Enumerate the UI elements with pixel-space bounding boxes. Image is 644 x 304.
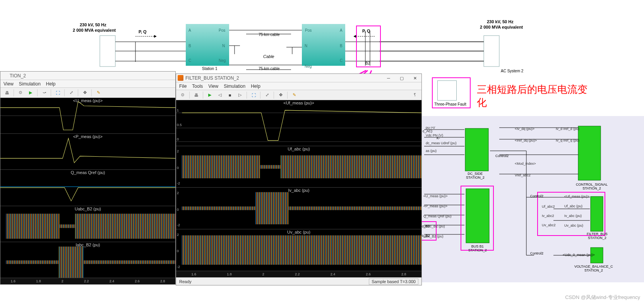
svg-text:Pos: Pos — [219, 28, 225, 32]
svg-text:Neg: Neg — [305, 64, 312, 68]
tag-cb2a: c_B2 — [422, 224, 430, 228]
sig-mid-col: <Iv_dq (pu)> <Iref_dq (pu)> <Mod_index> … — [515, 123, 537, 181]
svg-text:Pos: Pos — [305, 28, 312, 32]
scope-left-toolbar[interactable]: 🖶 ⚙ ▶ ⤻ ⛶ ⤢ ✥ ✎ — [0, 88, 175, 98]
svg-rect-465 — [176, 100, 421, 146]
help-icon[interactable]: ؟ — [411, 91, 419, 99]
src1-line1: 230 kV, 50 Hz — [80, 22, 106, 27]
plot-p-meas[interactable]: <P_meas (pu)> — [0, 134, 175, 170]
zoom-select-icon[interactable]: ⛶ — [53, 89, 62, 97]
scope-left-title: TION_2 — [0, 72, 175, 80]
plot-uf-meas[interactable]: <Uf_meas (pu)> 1 0.5 0 — [176, 100, 421, 146]
svg-text:B: B — [188, 44, 191, 48]
menu-view[interactable]: View — [3, 81, 14, 87]
volt-bal-label: VOLTAGE_BALANCE_C STATION_2 — [574, 265, 613, 272]
step-back-icon[interactable]: ◁ — [216, 91, 224, 99]
plot-uabc-b2[interactable]: Uabc_B2 (pu) — [0, 206, 175, 242]
scope-left-xaxis: 1.61.8 22.2 2.42.6 2.8 — [0, 278, 175, 284]
autoscale-icon[interactable]: ⤢ — [263, 91, 271, 99]
step-fwd-icon[interactable]: ▷ — [236, 91, 244, 99]
menu-view[interactable]: View — [208, 84, 218, 89]
annotation-chinese: 三相短路后的电压电流变化 — [477, 83, 593, 109]
pq-left: P, Q — [139, 29, 147, 34]
run-icon[interactable]: ▶ — [206, 91, 214, 99]
menu-simulation[interactable]: Simulation — [19, 81, 41, 87]
run-icon[interactable]: ▶ — [26, 89, 35, 97]
step-fwd-icon[interactable]: ⤻ — [40, 89, 48, 97]
plot-q-meas[interactable]: Q_meas Qref (pu) — [0, 170, 175, 206]
matlab-icon — [178, 75, 183, 81]
scope-right-title-text: FILTER_BUS STATION_2 — [185, 75, 239, 81]
sig-far-col: Iv_d Iref_d (pu) Iv_q Iref_q (pu) — [556, 123, 579, 146]
bus-b1-label: BUS B1 STATION_2 — [468, 244, 487, 252]
print-icon[interactable]: 🖶 — [192, 91, 200, 99]
src2-line1: 230 kV, 50 Hz — [487, 19, 514, 24]
autoscale-icon[interactable]: ⤢ — [67, 89, 75, 97]
minimize-button[interactable]: ─ — [382, 74, 395, 82]
gear-icon[interactable]: ⚙ — [16, 89, 25, 97]
svg-rect-1 — [484, 36, 499, 67]
scope-right-menubar[interactable]: File Tools View Simulation Help — [176, 82, 421, 90]
plot-uf-abc[interactable]: Uf_abc (pu) 2 0 -2 — [176, 146, 421, 188]
control2-tag-0: Control2 — [495, 154, 509, 158]
plot-iabc-b2[interactable]: Iabc_B2 (pu) — [0, 242, 175, 278]
highlight-busb1 — [461, 186, 494, 251]
cable-bot: 75-km cable — [259, 67, 279, 71]
svg-rect-0 — [100, 36, 115, 67]
menu-tools[interactable]: Tools — [192, 84, 203, 89]
svg-text:N: N — [222, 44, 225, 48]
svg-text:B: B — [340, 44, 343, 48]
highlight-icon[interactable]: ✎ — [290, 91, 298, 99]
svg-text:C: C — [188, 58, 191, 63]
dc-side-label: DC_SIDE STATION_2 — [466, 172, 485, 179]
maximize-button[interactable]: ▢ — [395, 74, 408, 82]
src1-line2: 2 000 MVA equivalent — [73, 28, 116, 32]
svg-rect-17 — [465, 128, 488, 171]
svg-text:C: C — [340, 58, 343, 63]
scope-left[interactable]: TION_2 View Simulation Help 🖶 ⚙ ▶ ⤻ ⛶ ⤢ … — [0, 71, 176, 285]
gear-icon[interactable]: ⚙ — [178, 91, 187, 99]
plot-u-meas[interactable]: <U_meas (pu)> — [0, 98, 175, 134]
highlight-fault — [432, 77, 471, 108]
plot-iv-abc[interactable]: Iv_abc (pu) 2 0 -2 — [176, 188, 421, 229]
sig-left-col: pu->V Vdc PN (V) dc_meas Udref (pu) as (… — [426, 124, 457, 155]
scope-left-plots[interactable]: <U_meas (pu)> <P_meas (pu)> Q_meas Qref … — [0, 98, 175, 284]
menu-file[interactable]: File — [179, 84, 187, 89]
close-button[interactable]: ✕ — [408, 74, 421, 82]
control2-tag-2: Control2 — [530, 251, 543, 255]
scope-right-titlebar[interactable]: FILTER_BUS STATION_2 ─ ▢ ✕ — [176, 74, 421, 82]
stop-icon[interactable]: ■ — [226, 91, 234, 99]
svg-text:N: N — [305, 44, 307, 48]
cable-mid: Cable — [263, 54, 274, 59]
src2-line2: 2 000 MVA equivalent — [480, 25, 523, 29]
goto-tags: Uf_abc2 Iv_abc2 Uv_abc2 — [542, 202, 556, 230]
highlight-b2 — [356, 26, 381, 67]
udc-mean-label: <Udc_0_mean (pu)> — [563, 253, 595, 257]
menu-help[interactable]: Help — [46, 81, 56, 87]
ctrl-sig-label: CONTROL_SIGNAL STATION_2 — [576, 183, 608, 190]
svg-text:A: A — [340, 28, 343, 32]
filter-bus-label: FILTER_BUS STATION_2 — [587, 232, 608, 240]
scope-right-status: Ready Sample based T=3.000 — [176, 277, 421, 285]
scope-right[interactable]: FILTER_BUS STATION_2 ─ ▢ ✕ File Tools Vi… — [176, 73, 422, 285]
control2-tag-1: Control2 — [530, 194, 543, 198]
cursor-icon[interactable]: ✥ — [80, 89, 89, 97]
scope-left-menubar[interactable]: View Simulation Help — [0, 80, 175, 88]
svg-text:Neg: Neg — [219, 58, 226, 63]
tag-cb2b: c_B2 — [422, 234, 430, 237]
zoom-region-icon[interactable]: ⛶ — [249, 91, 258, 99]
plot-uv-abc[interactable]: Uv_abc (pu) 2 0 -2 — [176, 229, 421, 271]
cursor-icon[interactable]: ✥ — [276, 91, 285, 99]
ac-sys2-label: AC System 2 — [501, 69, 523, 73]
gain-k: K- — [437, 136, 440, 140]
highlight-icon[interactable]: ✎ — [94, 89, 103, 97]
menu-simulation[interactable]: Simulation — [224, 84, 245, 89]
scope-right-plots[interactable]: <Uf_meas (pu)> 1 0.5 0 Uf_abc (pu) 2 0 -… — [176, 100, 421, 277]
print-icon[interactable]: 🖶 — [3, 89, 11, 97]
svg-rect-19 — [578, 126, 601, 180]
svg-text:A: A — [188, 28, 191, 32]
scope-right-xaxis: 1.61.8 22.2 2.42.6 2.8 — [176, 271, 421, 277]
menu-help[interactable]: Help — [251, 84, 260, 89]
scope-right-toolbar[interactable]: ⚙ 🖶 ▶ ◁ ■ ▷ ⛶ ⤢ ✥ ✎ ؟ — [176, 90, 421, 100]
sig-fb-col: <Uf_meas (pu)> Uf_abc (pu) Iv_abc (pu) U… — [564, 192, 589, 231]
